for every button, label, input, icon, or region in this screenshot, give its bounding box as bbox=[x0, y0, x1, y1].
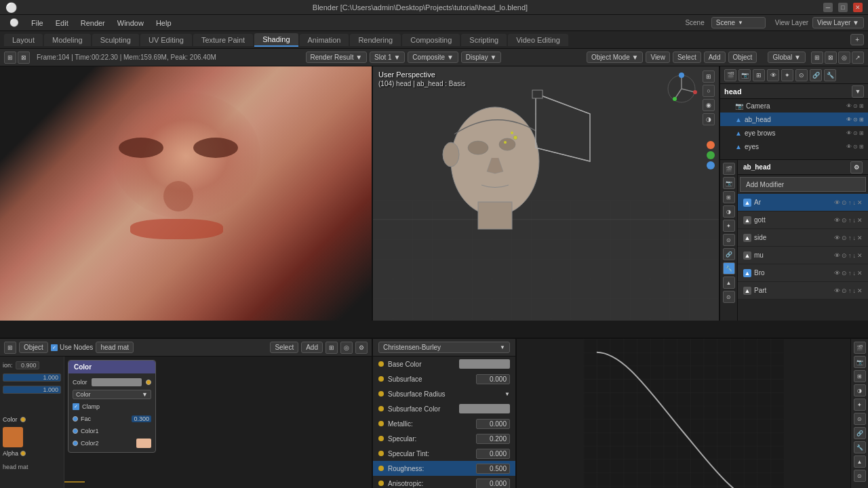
render-icon[interactable]: ◉ bbox=[703, 99, 715, 111]
view-props-icon[interactable]: ◑ bbox=[723, 205, 735, 218]
viewport-icon-3[interactable]: ◎ bbox=[838, 52, 850, 64]
data-props-icon[interactable]: ▲ bbox=[723, 277, 735, 289]
editor-type-button[interactable]: ⊞ bbox=[4, 52, 16, 64]
maximize-button[interactable]: □ bbox=[838, 3, 848, 12]
modifier-item-gott[interactable]: ▲ gott 👁 ⊙ ↑ ↓ ✕ bbox=[738, 211, 868, 229]
shader-icon-8[interactable]: 🔧 bbox=[854, 441, 866, 453]
node-object-button[interactable]: Object bbox=[19, 342, 48, 353]
node-canvas[interactable]: ion: 0.900 1.000 1.000 Color Al bbox=[0, 357, 372, 488]
display-button[interactable]: Display ▼ bbox=[461, 52, 501, 63]
viewport-icon-2[interactable]: ⊠ bbox=[825, 52, 837, 64]
object-button[interactable]: Object bbox=[728, 52, 757, 63]
props-view-icon[interactable]: 👁 bbox=[767, 69, 779, 81]
add-modifier-button[interactable]: Add Modifier bbox=[740, 177, 866, 192]
tab-shading[interactable]: Shading bbox=[254, 33, 298, 47]
anisotropic-value[interactable]: 0.000 bbox=[476, 479, 510, 489]
tab-modeling[interactable]: Modeling bbox=[44, 34, 91, 46]
clamp-checkbox[interactable]: ✓ bbox=[73, 403, 79, 410]
shader-icon-9[interactable]: ▲ bbox=[854, 455, 866, 468]
add-workspace-button[interactable]: + bbox=[850, 34, 864, 45]
view-layer-dropdown[interactable]: View Layer ▼ bbox=[812, 17, 864, 28]
object-mode-dropdown[interactable]: Object Mode ▼ bbox=[587, 52, 643, 63]
close-button[interactable]: ✕ bbox=[853, 3, 863, 12]
shader-type-dropdown[interactable]: Christensen-Burley ▼ bbox=[378, 342, 510, 353]
global-button[interactable]: Global ▼ bbox=[768, 52, 806, 63]
composite-dropdown[interactable]: Composite ▼ bbox=[408, 52, 458, 63]
modifier-item-side[interactable]: ▲ side 👁 ⊙ ↑ ↓ ✕ bbox=[738, 229, 868, 247]
node-editor-icons-1[interactable]: ⊞ bbox=[326, 342, 338, 354]
particle-props-icon[interactable]: ✦ bbox=[723, 220, 735, 232]
props-particles-icon[interactable]: ✦ bbox=[781, 69, 793, 81]
grid-icon[interactable]: ⊞ bbox=[703, 70, 715, 83]
outliner-item-eyes[interactable]: ▲ eyes 👁 ⊙ ⊞ bbox=[720, 140, 868, 153]
modifier-settings-icon[interactable]: ⚙ bbox=[850, 161, 863, 174]
slot-dropdown[interactable]: Slot 1 ▼ bbox=[370, 52, 405, 63]
menu-render[interactable]: Render bbox=[75, 18, 111, 28]
node-editor-icons-3[interactable]: ⚙ bbox=[355, 342, 368, 354]
viewport-icon-4[interactable]: ↗ bbox=[852, 52, 864, 64]
tab-uv-editing[interactable]: UV Editing bbox=[140, 34, 192, 46]
physics-props-icon[interactable]: ⊙ bbox=[723, 234, 735, 246]
tab-texture-paint[interactable]: Texture Paint bbox=[193, 34, 253, 46]
props-render-icon[interactable]: 📷 bbox=[738, 69, 751, 81]
navigation-gizmo[interactable] bbox=[665, 72, 698, 106]
shader-icon-3[interactable]: ⊞ bbox=[854, 370, 866, 382]
outliner-filter-icon[interactable]: ▼ bbox=[852, 85, 864, 98]
shader-icon-7[interactable]: 🔗 bbox=[854, 427, 866, 439]
tab-sculpting[interactable]: Sculpting bbox=[92, 34, 139, 46]
shader-icon-1[interactable]: 🎬 bbox=[854, 342, 866, 354]
modifier-item-mu[interactable]: ▲ mu 👁 ⊙ ↑ ↓ ✕ bbox=[738, 247, 868, 264]
shader-icon-4[interactable]: ◑ bbox=[854, 384, 866, 396]
menu-file[interactable]: File bbox=[26, 18, 49, 28]
specular-tint-value[interactable]: 0.000 bbox=[476, 449, 510, 459]
shader-icon-2[interactable]: 📷 bbox=[854, 356, 866, 368]
output-props-icon[interactable]: ⊞ bbox=[723, 191, 735, 203]
minimize-button[interactable]: ─ bbox=[823, 3, 833, 12]
add-button[interactable]: Add bbox=[704, 52, 726, 63]
props-output-icon[interactable]: ⊞ bbox=[753, 69, 765, 81]
select-button[interactable]: Select bbox=[673, 52, 701, 63]
specular-value[interactable]: 0.200 bbox=[476, 434, 510, 444]
ortho-icon[interactable]: ○ bbox=[703, 85, 715, 97]
node-editor-type-icon[interactable]: ⊞ bbox=[4, 342, 16, 354]
material-name-field[interactable]: head mat bbox=[96, 342, 134, 353]
props-modifiers-icon[interactable]: 🔧 bbox=[824, 69, 836, 81]
color-shader-node[interactable]: Color Color Color ▼ ✓ bbox=[68, 360, 156, 453]
roughness-value[interactable]: 0.500 bbox=[476, 464, 510, 474]
value2-field[interactable]: 1.000 bbox=[3, 386, 61, 394]
modifier-item-bro[interactable]: ▲ Bro 👁 ⊙ ↑ ↓ ✕ bbox=[738, 264, 868, 282]
menu-help[interactable]: Help bbox=[151, 18, 177, 28]
props-scene-icon[interactable]: 🎬 bbox=[724, 69, 736, 81]
use-nodes-checkbox[interactable]: ✓ bbox=[51, 344, 58, 351]
modifier-props-icon[interactable]: 🔧 bbox=[723, 262, 735, 274]
node-select-button[interactable]: Select bbox=[270, 342, 298, 353]
material-props-icon[interactable]: ⊙ bbox=[723, 291, 735, 303]
editor-maximize[interactable]: ⊠ bbox=[18, 52, 30, 64]
viewport-icon-1[interactable]: ⊞ bbox=[811, 52, 823, 64]
view-button[interactable]: View bbox=[646, 52, 670, 63]
render-props-icon[interactable]: 📷 bbox=[723, 177, 735, 189]
tab-rendering[interactable]: Rendering bbox=[350, 34, 401, 46]
tab-layout[interactable]: Layout bbox=[4, 34, 43, 46]
subsurface-color-swatch[interactable] bbox=[459, 404, 510, 413]
tab-video-editing[interactable]: Video Editing bbox=[508, 34, 568, 46]
node-editor-icons-2[interactable]: ◎ bbox=[340, 342, 353, 354]
shading-icon[interactable]: ◑ bbox=[703, 113, 715, 125]
props-constraints-icon[interactable]: 🔗 bbox=[810, 69, 822, 81]
constraint-props-icon[interactable]: 🔗 bbox=[723, 248, 735, 260]
scene-selector[interactable]: Scene ▼ bbox=[711, 17, 766, 28]
render-result-dropdown[interactable]: Render Result ▼ bbox=[306, 52, 368, 63]
shader-icon-6[interactable]: ⊙ bbox=[854, 413, 866, 425]
modifier-item-part[interactable]: ▲ Part 👁 ⊙ ↑ ↓ ✕ bbox=[738, 282, 868, 300]
tab-animation[interactable]: Animation bbox=[300, 34, 349, 46]
shader-icon-5[interactable]: ✦ bbox=[854, 399, 866, 411]
metallic-value[interactable]: 0.000 bbox=[476, 419, 510, 429]
props-physics-icon[interactable]: ⊙ bbox=[795, 69, 808, 81]
render-viewport[interactable] bbox=[0, 66, 373, 321]
shader-icon-10[interactable]: ⊙ bbox=[854, 470, 866, 482]
outliner-item-camera[interactable]: 📷 Camera 👁 ⊙ ⊞ bbox=[720, 99, 868, 113]
fac-value[interactable]: 0.300 bbox=[132, 415, 151, 422]
menu-blender[interactable]: ⚪ bbox=[4, 17, 24, 28]
tab-scripting[interactable]: Scripting bbox=[461, 34, 507, 46]
tab-compositing[interactable]: Compositing bbox=[402, 34, 460, 46]
